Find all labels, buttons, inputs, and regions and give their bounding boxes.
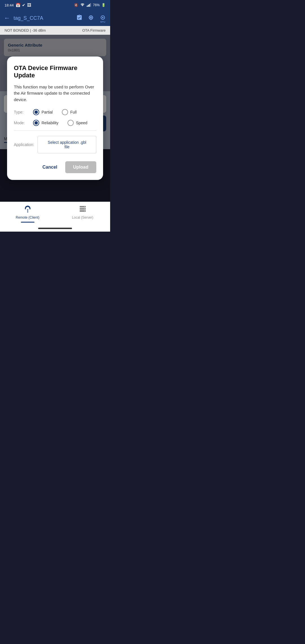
dialog-actions: Cancel Upload <box>14 161 96 173</box>
divider <box>14 130 96 131</box>
server-icon <box>79 205 86 214</box>
select-file-button[interactable]: Select application .gblfile <box>38 136 96 153</box>
mode-speed-option[interactable]: Speed <box>67 120 87 126</box>
mode-label: Mode: <box>14 121 31 125</box>
nav-item-remote[interactable]: Remote (Client) <box>0 204 55 224</box>
mute-icon: 🔇 <box>74 3 78 7</box>
mode-reliability-radio[interactable] <box>33 120 39 126</box>
mode-reliability-label: Reliability <box>42 121 58 125</box>
main-content: Generic Attribute 0x1801 OTA Device Firm… <box>0 35 110 202</box>
nav-active-indicator <box>21 222 34 223</box>
broadcast1-icon[interactable] <box>88 14 94 22</box>
ota-label: OTA Firmware <box>82 28 106 32</box>
bottom-nav: Remote (Client) Local (Server) <box>0 202 110 225</box>
type-label: Type: <box>14 110 31 114</box>
status-bar: 18:44 📅 ✔ 🖼 🔇 76% 🔋 <box>0 0 110 10</box>
mode-reliability-option[interactable]: Reliability <box>33 120 58 126</box>
upload-button[interactable]: Upload <box>65 161 96 173</box>
home-indicator <box>0 225 110 232</box>
home-pill <box>38 228 72 229</box>
remote-icon <box>24 205 31 214</box>
page-wrapper: 18:44 📅 ✔ 🖼 🔇 76% 🔋 <box>0 0 110 232</box>
clipboard-icon[interactable] <box>76 14 82 22</box>
svg-rect-6 <box>27 209 28 210</box>
application-label: Application: <box>14 142 34 147</box>
svg-rect-11 <box>80 210 86 212</box>
svg-rect-3 <box>90 3 91 7</box>
image-icon: 🖼 <box>27 3 31 7</box>
mode-speed-radio[interactable] <box>67 120 74 126</box>
type-partial-option[interactable]: Partial <box>33 109 53 115</box>
nav-item-local[interactable]: Local (Server) <box>55 204 110 224</box>
svg-point-12 <box>84 206 85 207</box>
wifi-icon <box>80 3 85 8</box>
check-icon: ✔ <box>22 3 25 7</box>
type-row: Type: Partial Full <box>14 109 96 115</box>
battery-icon: 🔋 <box>101 3 106 7</box>
svg-rect-2 <box>89 4 90 7</box>
type-full-label: Full <box>70 110 77 114</box>
dialog-description: This function may be used to perform Ove… <box>14 84 96 103</box>
type-partial-radio[interactable] <box>33 109 39 115</box>
calendar-icon: 📅 <box>16 3 20 7</box>
svg-point-5 <box>102 17 104 18</box>
status-time: 18:44 <box>5 3 14 7</box>
type-full-radio[interactable] <box>62 109 68 115</box>
type-full-option[interactable]: Full <box>62 109 77 115</box>
top-icons: MTU <box>76 14 106 22</box>
mode-row: Mode: Reliability Speed <box>14 120 96 126</box>
svg-rect-0 <box>87 6 88 7</box>
top-bar: ← tag_S_CC7A MTU <box>0 10 110 26</box>
mtu-label: MTU <box>100 21 105 23</box>
nav-remote-label: Remote (Client) <box>16 216 39 219</box>
svg-point-13 <box>84 208 85 209</box>
dialog-title: OTA Device Firmware Update <box>14 64 96 79</box>
battery-text: 76% <box>93 3 100 7</box>
svg-rect-9 <box>80 206 86 207</box>
sub-header: NOT BONDED | -36 dBm OTA Firmware <box>0 26 110 35</box>
bond-status: NOT BONDED | -36 dBm <box>5 28 46 32</box>
page-title: tag_S_CC7A <box>14 15 73 21</box>
svg-rect-7 <box>27 210 28 211</box>
dialog-overlay: OTA Device Firmware Update This function… <box>0 35 110 202</box>
svg-rect-10 <box>80 208 86 210</box>
application-row: Application: Select application .gblfile <box>14 136 96 153</box>
svg-rect-1 <box>88 5 89 7</box>
svg-rect-8 <box>27 212 28 212</box>
mode-speed-label: Speed <box>76 121 87 125</box>
ota-dialog: OTA Device Firmware Update This function… <box>7 56 103 180</box>
status-right: 🔇 76% 🔋 <box>74 3 106 8</box>
back-button[interactable]: ← <box>4 14 10 22</box>
signal-icon <box>87 3 91 8</box>
type-partial-label: Partial <box>42 110 53 114</box>
nav-local-label: Local (Server) <box>72 216 93 219</box>
broadcast2-icon[interactable]: MTU <box>99 14 106 22</box>
svg-point-14 <box>84 211 85 211</box>
cancel-button[interactable]: Cancel <box>39 162 60 172</box>
status-left: 18:44 📅 ✔ 🖼 <box>5 3 31 7</box>
